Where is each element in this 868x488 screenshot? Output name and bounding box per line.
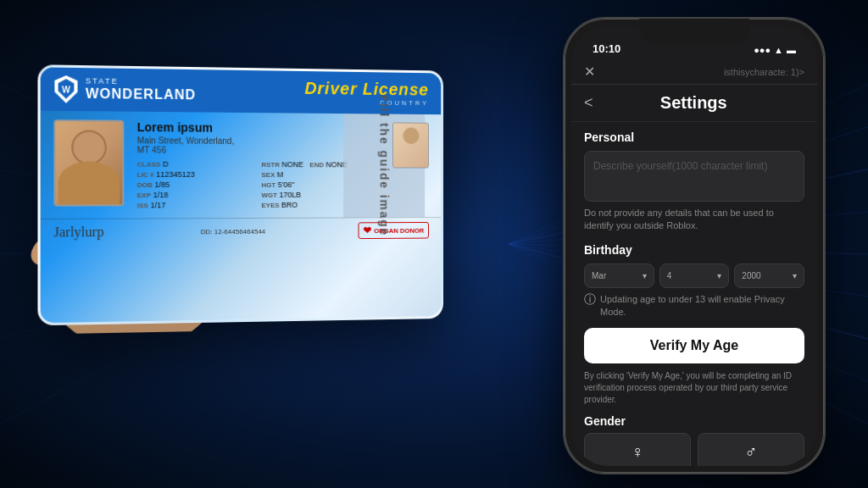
- wifi-icon: ▲: [774, 45, 783, 55]
- chevron-down-icon: ▾: [793, 271, 797, 280]
- card-signature: Jarlylurp: [53, 225, 103, 241]
- gender-label: Gender: [584, 414, 804, 428]
- privacy-hint: ⓘ Updating age to under 13 will enable P…: [584, 293, 804, 319]
- signal-icon: ●●●: [754, 45, 771, 55]
- female-icon: ♀: [632, 442, 644, 462]
- close-button[interactable]: ✕: [584, 64, 595, 80]
- chevron-down-icon: ▾: [717, 271, 721, 280]
- phone-time: 10:10: [593, 42, 620, 55]
- scene: W STATE WONDERLAND Driver License COUNTR…: [0, 0, 868, 488]
- battery-icon: ▬: [787, 45, 796, 55]
- svg-text:W: W: [62, 85, 70, 94]
- card-guide-text: Fill the guide image: [378, 95, 391, 237]
- id-card-wrapper: W STATE WONDERLAND Driver License COUNTR…: [19, 38, 459, 335]
- chevron-down-icon: ▾: [643, 271, 647, 280]
- phone-content: ✕ isthisycharacte: 1)> < Settings Person…: [571, 59, 817, 466]
- card-small-photo: [392, 122, 429, 168]
- birthday-year-select[interactable]: 2000 ▾: [734, 263, 804, 288]
- phone-top-bar: ✕ isthisycharacte: 1)>: [571, 59, 817, 85]
- birthday-day-value: 4: [667, 271, 672, 280]
- phone-username: isthisycharacte: 1)>: [724, 67, 804, 77]
- birthday-day-select[interactable]: 4 ▾: [659, 263, 730, 288]
- phone-outer: 10:10 ●●● ▲ ▬ ✕ isthisycharacte: 1)>: [563, 17, 826, 474]
- birthday-month-value: Mar: [592, 271, 606, 280]
- heart-icon: ❤: [364, 225, 372, 236]
- verify-age-button[interactable]: Verify My Age: [584, 328, 804, 363]
- card-country: COUNTRY: [304, 98, 429, 107]
- phone-status-icons: ●●● ▲ ▬: [754, 45, 796, 55]
- card-field-lic: LIC # 112345123: [137, 170, 260, 179]
- describe-placeholder: Describe yourself(1000 character limit): [593, 160, 767, 172]
- card-field-class: CLASS D: [137, 160, 260, 169]
- card-photo: [53, 119, 124, 206]
- phone-notch: [639, 19, 749, 44]
- phone-screen: 10:10 ●●● ▲ ▬ ✕ isthisycharacte: 1)>: [571, 25, 817, 466]
- card-title-area: Driver License COUNTRY: [304, 79, 429, 107]
- settings-header: < Settings: [571, 85, 817, 122]
- gender-section: Gender ♀ ♂: [584, 414, 804, 466]
- card-field-iss: ISS 1/17: [137, 201, 260, 209]
- card-logo: W STATE WONDERLAND: [53, 75, 196, 106]
- driver-license-title: Driver License: [304, 79, 429, 100]
- back-button[interactable]: <: [584, 94, 593, 112]
- gender-male-option[interactable]: ♂: [698, 433, 804, 466]
- card-photo-body: [58, 161, 120, 204]
- birthday-selects: Mar ▾ 4 ▾ 2000 ▾: [584, 263, 804, 288]
- card-state: STATE WONDERLAND: [86, 78, 196, 103]
- card-body: Lorem ipsum Main Street, Wonderland, MT …: [41, 111, 442, 219]
- id-card: W STATE WONDERLAND Driver License COUNTR…: [37, 64, 443, 325]
- card-field-exp: EXP 1/18: [137, 191, 260, 199]
- gender-options: ♀ ♂: [584, 433, 804, 466]
- phone: 10:10 ●●● ▲ ▬ ✕ isthisycharacte: 1)>: [563, 17, 826, 474]
- organ-donor-badge: ❤ ORGAN DONOR: [359, 222, 429, 239]
- personal-section-label: Personal: [584, 130, 804, 144]
- birthday-label: Birthday: [584, 243, 804, 257]
- birthday-month-select[interactable]: Mar ▾: [584, 263, 654, 288]
- card-photo-head: [71, 130, 106, 165]
- birthday-year-value: 2000: [742, 271, 760, 280]
- info-icon: ⓘ: [584, 291, 596, 308]
- settings-body: Personal Describe yourself(1000 characte…: [571, 122, 817, 466]
- card-dd: DD: 12-64456464544: [201, 227, 265, 235]
- describe-hint: Do not provide any details that can be u…: [584, 207, 804, 233]
- settings-title: Settings: [600, 93, 804, 113]
- card-small-photo-head: [403, 127, 419, 144]
- verify-hint: By clicking 'Verify My Age,' you will be…: [584, 370, 804, 406]
- male-icon: ♂: [745, 442, 758, 462]
- gender-female-option[interactable]: ♀: [584, 433, 691, 466]
- card-field-dob: DOB 1/85: [137, 180, 260, 189]
- describe-textarea[interactable]: Describe yourself(1000 character limit): [584, 151, 804, 202]
